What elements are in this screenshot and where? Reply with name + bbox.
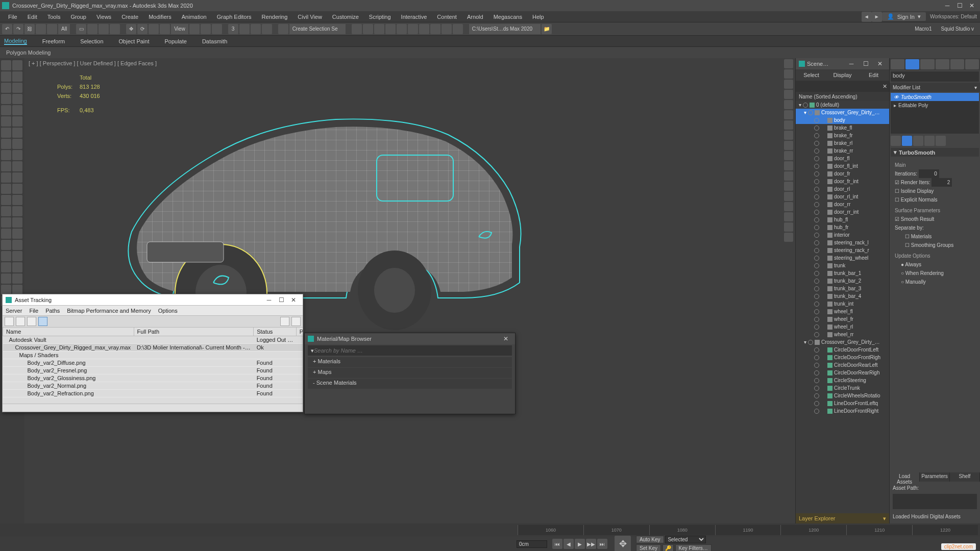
asset-row[interactable]: Body_var2_Diffuse.pngFound: [3, 359, 303, 367]
scene-search[interactable]: ✕: [796, 81, 889, 92]
scrollbar[interactable]: [3, 404, 303, 412]
sign-in-button[interactable]: 👤 Sign In ▾: [882, 12, 926, 21]
scene-group[interactable]: ▾ Crossover_Grey_Dirty_…: [796, 109, 889, 116]
tool-button[interactable]: [12, 184, 22, 194]
clear-icon[interactable]: ✕: [883, 83, 887, 90]
scene-item-steering_rack_l[interactable]: steering_rack_l: [796, 239, 889, 246]
tool-button[interactable]: [12, 262, 22, 272]
placement-button[interactable]: [160, 24, 170, 34]
tool-button[interactable]: [12, 172, 22, 183]
key-mode-button[interactable]: ✥: [615, 536, 631, 551]
viewport-tool-button[interactable]: [784, 171, 793, 181]
close-button[interactable]: ✕: [500, 334, 512, 343]
parameters-tab[interactable]: Parameters: [920, 472, 950, 482]
scene-helper[interactable]: LineDoorFrontRight: [796, 407, 889, 415]
scene-item-trunk[interactable]: trunk: [796, 262, 889, 269]
key-filter-dropdown[interactable]: Selected: [665, 536, 706, 543]
motion-tab[interactable]: [936, 59, 949, 69]
scene-item-door_rr_int[interactable]: door_rr_int: [796, 208, 889, 216]
tool-button[interactable]: [1, 251, 11, 261]
tool-button[interactable]: [1, 195, 11, 205]
select-name-button[interactable]: [87, 24, 97, 34]
tool-button[interactable]: [1, 172, 11, 183]
undo-button[interactable]: ↶: [2, 24, 12, 34]
viewport-tool-button[interactable]: [784, 120, 793, 130]
close-button[interactable]: ✕: [287, 295, 300, 305]
viewport-tool-button[interactable]: [784, 141, 793, 150]
viewport-label[interactable]: [ + ] [ Perspective ] [ User Defined ] […: [29, 60, 157, 66]
asset-tool-button[interactable]: [16, 317, 25, 326]
scene-helper[interactable]: CircleDoorRearRigh: [796, 369, 889, 377]
tool-button[interactable]: [1, 229, 11, 239]
move-button[interactable]: ✥: [126, 24, 136, 34]
named-sel-button[interactable]: [278, 24, 288, 34]
minimize-button[interactable]: ─: [263, 295, 275, 305]
close-button[interactable]: ✕: [966, 1, 978, 10]
named-selection-dropdown[interactable]: Create Selection Se: [289, 24, 346, 34]
render-iters-spinner[interactable]: 2: [932, 178, 952, 187]
tab-freeform[interactable]: Freeform: [42, 38, 65, 44]
next-frame-button[interactable]: ▶▶: [586, 539, 596, 549]
scene-item-door_fl_int[interactable]: door_fl_int: [796, 162, 889, 170]
goto-end-button[interactable]: ⏭: [597, 539, 607, 549]
menu-create[interactable]: Create: [116, 11, 143, 22]
smooth-result-checkbox[interactable]: Smooth Result: [895, 215, 975, 223]
tool-button[interactable]: [12, 128, 22, 138]
menu-arnold[interactable]: Arnold: [462, 11, 488, 22]
play-button[interactable]: ▶: [575, 539, 585, 549]
tool-button[interactable]: [1, 217, 11, 228]
layer-explorer-dropdown[interactable]: Layer Explorer▾: [796, 513, 889, 523]
scene-item-door_rr[interactable]: door_rr: [796, 201, 889, 208]
isoline-checkbox[interactable]: Isoline Display: [895, 187, 975, 195]
asset-menu-item[interactable]: Options: [158, 308, 178, 314]
scene-column-header[interactable]: Name (Sorted Ascending): [796, 92, 889, 101]
scene-helper[interactable]: CircleWheelsRotatio: [796, 392, 889, 399]
utilities-tab[interactable]: [965, 59, 979, 69]
tool-button[interactable]: [1, 105, 11, 115]
viewport-tool-button[interactable]: [784, 59, 793, 68]
tool-button[interactable]: [12, 240, 22, 250]
maximize-icon[interactable]: ☐: [860, 59, 872, 68]
tool-button[interactable]: [1, 285, 11, 295]
tool-button[interactable]: [12, 285, 22, 295]
scene-item-interior[interactable]: interior: [796, 231, 889, 239]
scene-item-wheel_rr[interactable]: wheel_rr: [796, 331, 889, 338]
keymode-button[interactable]: [212, 24, 222, 34]
asset-row[interactable]: Autodesk VaultLogged Out …: [3, 336, 303, 344]
tab-selection[interactable]: Selection: [80, 38, 103, 44]
tool-button[interactable]: [12, 139, 22, 149]
menu-graph-editors[interactable]: Graph Editors: [212, 11, 257, 22]
scene-helper[interactable]: CircleDoorRearLeft: [796, 361, 889, 369]
tab-populate[interactable]: Populate: [164, 38, 186, 44]
viewport-tool-button[interactable]: [784, 222, 793, 232]
scene-item-trunk_bar_2[interactable]: trunk_bar_2: [796, 277, 889, 285]
menu-customize[interactable]: Customize: [327, 11, 364, 22]
percent-snap-button[interactable]: [251, 24, 261, 34]
tool-button[interactable]: [1, 60, 11, 70]
modifier-editable-poly[interactable]: ▸Editable Poly: [891, 101, 979, 109]
asset-tool-button[interactable]: [27, 317, 36, 326]
update-render-radio[interactable]: When Rendering: [895, 269, 975, 278]
asset-row[interactable]: Body_var2_Fresnel.pngFound: [3, 367, 303, 374]
scene-helper[interactable]: CircleTrunk: [796, 384, 889, 392]
scene-item-brake_fl[interactable]: brake_fl: [796, 124, 889, 132]
menu-civil-view[interactable]: Civil View: [292, 11, 327, 22]
time-ruler[interactable]: 1060107010801190120012101220: [518, 525, 978, 535]
viewport-tool-button[interactable]: [784, 182, 793, 191]
display-tab[interactable]: [950, 59, 964, 69]
object-name-field[interactable]: body: [891, 71, 979, 82]
tab-modeling[interactable]: Modeling: [4, 38, 27, 45]
hierarchy-tab[interactable]: [920, 59, 934, 69]
setkey-button[interactable]: Set Key: [636, 544, 661, 551]
update-always-radio[interactable]: Always: [895, 260, 975, 269]
menu-group[interactable]: Group: [65, 11, 91, 22]
load-assets-tab[interactable]: Load Assets: [890, 472, 920, 482]
tool-button[interactable]: [1, 150, 11, 160]
scene-item-wheel_rl[interactable]: wheel_rl: [796, 323, 889, 331]
asset-menu-item[interactable]: Server: [6, 308, 22, 314]
tool-button[interactable]: [1, 262, 11, 272]
maximize-button[interactable]: ☐: [953, 1, 966, 10]
scene-item-door_fr_int[interactable]: door_fr_int: [796, 178, 889, 185]
scene-item-door_fl[interactable]: door_fl: [796, 155, 889, 162]
back-button[interactable]: ◄: [862, 12, 872, 22]
